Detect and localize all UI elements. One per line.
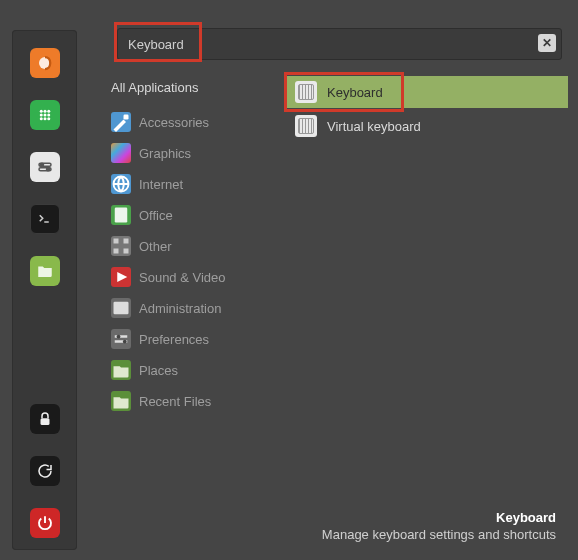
svg-point-3 xyxy=(47,110,50,113)
category-office[interactable]: Office xyxy=(107,201,267,229)
svg-rect-19 xyxy=(114,239,119,244)
category-label: Places xyxy=(139,363,178,378)
category-label: Internet xyxy=(139,177,183,192)
svg-point-2 xyxy=(43,110,46,113)
terminal-icon[interactable] xyxy=(30,204,60,234)
svg-point-27 xyxy=(123,340,127,344)
refresh-logout-icon[interactable] xyxy=(30,456,60,486)
clear-search-icon[interactable]: ✕ xyxy=(538,34,556,52)
category-accessories[interactable]: Accessories xyxy=(107,108,267,136)
files-icon[interactable] xyxy=(30,256,60,286)
result-label: Keyboard xyxy=(327,85,383,100)
category-label: Office xyxy=(139,208,173,223)
office-icon xyxy=(111,205,131,225)
svg-rect-20 xyxy=(124,239,129,244)
svg-rect-16 xyxy=(124,115,129,120)
svg-point-4 xyxy=(39,114,42,117)
firefox-icon[interactable] xyxy=(30,48,60,78)
result-label: Virtual keyboard xyxy=(327,119,421,134)
svg-point-13 xyxy=(46,168,49,171)
category-places[interactable]: Places xyxy=(107,356,267,384)
svg-point-5 xyxy=(43,114,46,117)
lock-icon[interactable] xyxy=(30,404,60,434)
svg-rect-21 xyxy=(114,249,119,254)
result-virtual-keyboard[interactable]: Virtual keyboard xyxy=(287,110,568,142)
settings-toggle-icon[interactable] xyxy=(30,152,60,182)
result-keyboard[interactable]: Keyboard xyxy=(287,76,568,108)
places-icon xyxy=(111,360,131,380)
category-internet[interactable]: Internet xyxy=(107,170,267,198)
internet-icon xyxy=(111,174,131,194)
svg-point-6 xyxy=(47,114,50,117)
svg-point-26 xyxy=(117,335,121,339)
search-input[interactable] xyxy=(117,28,562,60)
category-label: Accessories xyxy=(139,115,209,130)
svg-point-1 xyxy=(39,110,42,113)
search-wrap: ✕ xyxy=(117,28,562,60)
svg-point-7 xyxy=(39,117,42,120)
recent-files-icon xyxy=(111,391,131,411)
administration-icon xyxy=(111,298,131,318)
category-administration[interactable]: Administration xyxy=(107,294,267,322)
virtual-keyboard-icon xyxy=(295,115,317,137)
footer-description: Manage keyboard settings and shortcuts xyxy=(87,526,556,544)
svg-rect-23 xyxy=(114,302,129,315)
power-icon[interactable] xyxy=(30,508,60,538)
category-sound-video[interactable]: Sound & Video xyxy=(107,263,267,291)
svg-point-8 xyxy=(43,117,46,120)
launcher-panel xyxy=(12,30,77,550)
category-column: All Applications Accessories Graphics In… xyxy=(107,76,267,503)
category-label: Administration xyxy=(139,301,221,316)
svg-rect-22 xyxy=(124,249,129,254)
category-header: All Applications xyxy=(107,76,267,105)
results-column: Keyboard Virtual keyboard xyxy=(287,76,568,503)
category-label: Recent Files xyxy=(139,394,211,409)
svg-point-12 xyxy=(40,163,43,166)
category-label: Preferences xyxy=(139,332,209,347)
category-preferences[interactable]: Preferences xyxy=(107,325,267,353)
footer: Keyboard Manage keyboard settings and sh… xyxy=(87,503,568,552)
category-label: Sound & Video xyxy=(139,270,226,285)
accessories-icon xyxy=(111,112,131,132)
menu-panel: ✕ All Applications Accessories Graphics … xyxy=(77,0,578,560)
sound-video-icon xyxy=(111,267,131,287)
menu-columns: All Applications Accessories Graphics In… xyxy=(87,76,568,503)
category-recent-files[interactable]: Recent Files xyxy=(107,387,267,415)
svg-rect-18 xyxy=(115,208,128,223)
category-graphics[interactable]: Graphics xyxy=(107,139,267,167)
keyboard-icon xyxy=(295,81,317,103)
graphics-icon xyxy=(111,143,131,163)
svg-point-9 xyxy=(47,117,50,120)
svg-rect-15 xyxy=(40,418,49,425)
preferences-icon xyxy=(111,329,131,349)
category-label: Other xyxy=(139,239,172,254)
category-label: Graphics xyxy=(139,146,191,161)
applications-icon[interactable] xyxy=(30,100,60,130)
other-icon xyxy=(111,236,131,256)
category-other[interactable]: Other xyxy=(107,232,267,260)
footer-title: Keyboard xyxy=(87,509,556,527)
